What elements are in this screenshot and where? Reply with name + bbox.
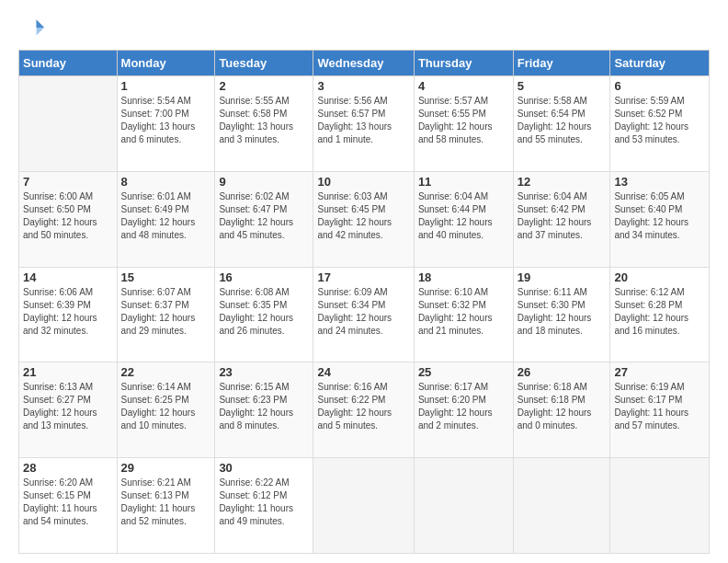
day-number: 12 — [518, 175, 607, 189]
calendar-header-wednesday: Wednesday — [313, 51, 414, 76]
day-info: Sunrise: 5:55 AM Sunset: 6:58 PM Dayligh… — [219, 95, 309, 146]
calendar-cell: 19Sunrise: 6:11 AM Sunset: 6:30 PM Dayli… — [513, 267, 610, 362]
day-number: 14 — [23, 270, 113, 284]
calendar-cell: 16Sunrise: 6:08 AM Sunset: 6:35 PM Dayli… — [215, 267, 313, 362]
calendar-cell: 23Sunrise: 6:15 AM Sunset: 6:23 PM Dayli… — [215, 362, 313, 458]
day-info: Sunrise: 5:58 AM Sunset: 6:54 PM Dayligh… — [518, 95, 607, 146]
calendar-cell: 17Sunrise: 6:09 AM Sunset: 6:34 PM Dayli… — [313, 267, 414, 362]
calendar-cell — [19, 76, 118, 172]
calendar-week-5: 28Sunrise: 6:20 AM Sunset: 6:15 PM Dayli… — [19, 458, 710, 554]
header — [18, 15, 710, 40]
day-number: 23 — [219, 365, 309, 379]
day-number: 24 — [317, 365, 409, 379]
calendar-cell: 27Sunrise: 6:19 AM Sunset: 6:17 PM Dayli… — [610, 362, 710, 458]
calendar-cell — [610, 458, 710, 554]
day-number: 29 — [121, 461, 211, 475]
calendar-cell: 30Sunrise: 6:22 AM Sunset: 6:12 PM Dayli… — [215, 458, 313, 554]
calendar-cell: 22Sunrise: 6:14 AM Sunset: 6:25 PM Dayli… — [117, 362, 215, 458]
calendar-cell: 11Sunrise: 6:04 AM Sunset: 6:44 PM Dayli… — [414, 171, 513, 267]
day-info: Sunrise: 6:04 AM Sunset: 6:44 PM Dayligh… — [418, 190, 509, 242]
calendar-cell: 8Sunrise: 6:01 AM Sunset: 6:49 PM Daylig… — [117, 171, 215, 267]
day-number: 20 — [614, 270, 705, 284]
day-number: 10 — [317, 175, 409, 189]
day-info: Sunrise: 6:08 AM Sunset: 6:35 PM Dayligh… — [219, 286, 309, 338]
day-number: 9 — [219, 175, 309, 189]
calendar-cell: 5Sunrise: 5:58 AM Sunset: 6:54 PM Daylig… — [513, 76, 610, 172]
day-info: Sunrise: 6:12 AM Sunset: 6:28 PM Dayligh… — [614, 286, 705, 338]
day-number: 13 — [614, 175, 705, 189]
calendar-cell: 21Sunrise: 6:13 AM Sunset: 6:27 PM Dayli… — [19, 362, 118, 458]
day-number: 5 — [518, 79, 607, 93]
day-info: Sunrise: 6:22 AM Sunset: 6:12 PM Dayligh… — [219, 477, 309, 528]
day-info: Sunrise: 6:00 AM Sunset: 6:50 PM Dayligh… — [23, 190, 113, 242]
day-info: Sunrise: 6:01 AM Sunset: 6:49 PM Dayligh… — [121, 190, 211, 242]
calendar-cell: 4Sunrise: 5:57 AM Sunset: 6:55 PM Daylig… — [414, 76, 513, 172]
day-info: Sunrise: 6:18 AM Sunset: 6:18 PM Dayligh… — [518, 381, 607, 432]
calendar-cell: 13Sunrise: 6:05 AM Sunset: 6:40 PM Dayli… — [610, 171, 710, 267]
day-number: 25 — [418, 365, 509, 379]
calendar-header-friday: Friday — [513, 51, 610, 76]
day-info: Sunrise: 6:11 AM Sunset: 6:30 PM Dayligh… — [518, 286, 607, 338]
day-number: 11 — [418, 175, 509, 189]
day-info: Sunrise: 6:10 AM Sunset: 6:32 PM Dayligh… — [418, 286, 509, 338]
day-number: 3 — [317, 79, 409, 93]
day-info: Sunrise: 6:20 AM Sunset: 6:15 PM Dayligh… — [23, 477, 113, 528]
day-info: Sunrise: 6:17 AM Sunset: 6:20 PM Dayligh… — [418, 381, 509, 432]
day-number: 21 — [23, 365, 113, 379]
day-number: 30 — [219, 461, 309, 475]
calendar-cell: 6Sunrise: 5:59 AM Sunset: 6:52 PM Daylig… — [610, 76, 710, 172]
day-info: Sunrise: 6:16 AM Sunset: 6:22 PM Dayligh… — [317, 381, 409, 432]
day-info: Sunrise: 6:04 AM Sunset: 6:42 PM Dayligh… — [518, 190, 607, 242]
calendar-cell: 1Sunrise: 5:54 AM Sunset: 7:00 PM Daylig… — [117, 76, 215, 172]
day-number: 8 — [121, 175, 211, 189]
calendar-week-4: 21Sunrise: 6:13 AM Sunset: 6:27 PM Dayli… — [19, 362, 710, 458]
calendar-cell: 9Sunrise: 6:02 AM Sunset: 6:47 PM Daylig… — [215, 171, 313, 267]
calendar-cell — [513, 458, 610, 554]
day-info: Sunrise: 6:02 AM Sunset: 6:47 PM Dayligh… — [219, 190, 309, 242]
day-number: 19 — [518, 270, 607, 284]
calendar-cell: 25Sunrise: 6:17 AM Sunset: 6:20 PM Dayli… — [414, 362, 513, 458]
calendar-cell: 10Sunrise: 6:03 AM Sunset: 6:45 PM Dayli… — [313, 171, 414, 267]
calendar-cell: 14Sunrise: 6:06 AM Sunset: 6:39 PM Dayli… — [19, 267, 118, 362]
calendar-cell: 7Sunrise: 6:00 AM Sunset: 6:50 PM Daylig… — [19, 171, 118, 267]
calendar-cell: 3Sunrise: 5:56 AM Sunset: 6:57 PM Daylig… — [313, 76, 414, 172]
day-number: 28 — [23, 461, 113, 475]
day-info: Sunrise: 6:06 AM Sunset: 6:39 PM Dayligh… — [23, 286, 113, 338]
day-info: Sunrise: 5:59 AM Sunset: 6:52 PM Dayligh… — [614, 95, 705, 146]
calendar-cell: 12Sunrise: 6:04 AM Sunset: 6:42 PM Dayli… — [513, 171, 610, 267]
day-number: 4 — [418, 79, 509, 93]
day-number: 15 — [121, 270, 211, 284]
calendar-cell: 15Sunrise: 6:07 AM Sunset: 6:37 PM Dayli… — [117, 267, 215, 362]
calendar-header-row: SundayMondayTuesdayWednesdayThursdayFrid… — [19, 51, 710, 76]
calendar-cell: 2Sunrise: 5:55 AM Sunset: 6:58 PM Daylig… — [215, 76, 313, 172]
calendar: SundayMondayTuesdayWednesdayThursdayFrid… — [18, 50, 710, 554]
day-number: 22 — [121, 365, 211, 379]
day-info: Sunrise: 5:54 AM Sunset: 7:00 PM Dayligh… — [121, 95, 211, 146]
day-number: 1 — [121, 79, 211, 93]
calendar-header-sunday: Sunday — [19, 51, 118, 76]
day-number: 2 — [219, 79, 309, 93]
logo — [18, 15, 48, 40]
calendar-header-thursday: Thursday — [414, 51, 513, 76]
day-number: 7 — [23, 175, 113, 189]
day-info: Sunrise: 5:57 AM Sunset: 6:55 PM Dayligh… — [418, 95, 509, 146]
calendar-week-2: 7Sunrise: 6:00 AM Sunset: 6:50 PM Daylig… — [19, 171, 710, 267]
calendar-cell: 20Sunrise: 6:12 AM Sunset: 6:28 PM Dayli… — [610, 267, 710, 362]
day-number: 6 — [614, 79, 705, 93]
day-number: 27 — [614, 365, 705, 379]
calendar-cell: 18Sunrise: 6:10 AM Sunset: 6:32 PM Dayli… — [414, 267, 513, 362]
day-info: Sunrise: 6:03 AM Sunset: 6:45 PM Dayligh… — [317, 190, 409, 242]
day-info: Sunrise: 6:15 AM Sunset: 6:23 PM Dayligh… — [219, 381, 309, 432]
calendar-cell: 28Sunrise: 6:20 AM Sunset: 6:15 PM Dayli… — [19, 458, 118, 554]
calendar-header-saturday: Saturday — [610, 51, 710, 76]
calendar-body: 1Sunrise: 5:54 AM Sunset: 7:00 PM Daylig… — [19, 76, 710, 554]
day-info: Sunrise: 6:14 AM Sunset: 6:25 PM Dayligh… — [121, 381, 211, 432]
day-info: Sunrise: 6:09 AM Sunset: 6:34 PM Dayligh… — [317, 286, 409, 338]
svg-marker-1 — [37, 20, 44, 36]
day-info: Sunrise: 6:05 AM Sunset: 6:40 PM Dayligh… — [614, 190, 705, 242]
day-number: 26 — [518, 365, 607, 379]
calendar-cell: 26Sunrise: 6:18 AM Sunset: 6:18 PM Dayli… — [513, 362, 610, 458]
day-number: 17 — [317, 270, 409, 284]
calendar-cell — [414, 458, 513, 554]
calendar-cell: 24Sunrise: 6:16 AM Sunset: 6:22 PM Dayli… — [313, 362, 414, 458]
